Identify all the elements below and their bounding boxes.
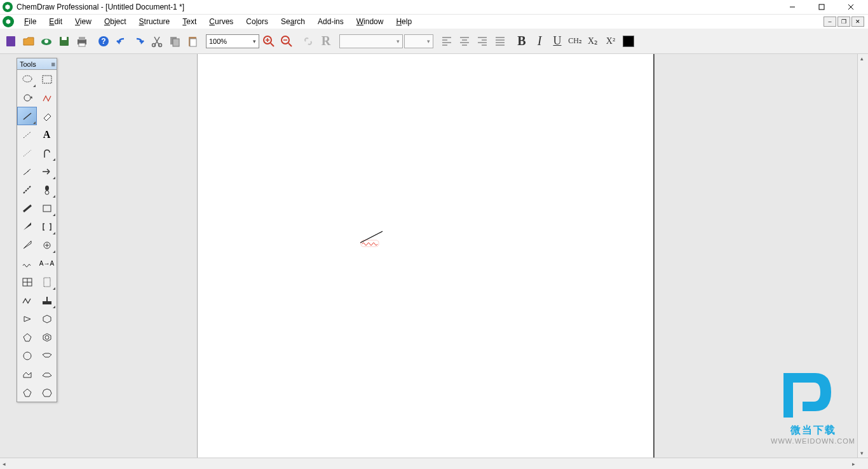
menu-help[interactable]: Help [390, 16, 418, 27]
font-size-select[interactable] [404, 34, 433, 48]
formula-button[interactable]: CH₂ [567, 33, 583, 50]
open-icon[interactable] [20, 33, 37, 50]
tool-eraser[interactable] [37, 107, 57, 125]
drawn-bond[interactable] [357, 229, 389, 248]
svg-rect-8 [62, 37, 67, 40]
vertical-scrollbar[interactable] [857, 54, 868, 458]
copy-icon[interactable] [166, 33, 183, 50]
tool-solid-bond[interactable] [17, 107, 37, 125]
tool-benzene[interactable] [37, 328, 57, 346]
tool-lasso[interactable] [17, 70, 37, 88]
underline-button[interactable]: U [549, 33, 566, 50]
align-left-icon[interactable] [438, 33, 455, 50]
tool-cyclooctane[interactable] [17, 346, 37, 365]
tool-chemical-symbol[interactable] [37, 236, 57, 254]
new-icon[interactable] [3, 33, 19, 50]
color-picker[interactable] [623, 36, 634, 47]
mdi-close[interactable]: ✕ [851, 17, 864, 27]
main-toolbar: ? 100% R B I U CH₂ X₂ X² [0, 29, 868, 54]
tool-bold-bond[interactable] [17, 199, 37, 217]
menu-window[interactable]: Window [350, 16, 390, 27]
tool-templates[interactable] [37, 291, 57, 309]
tool-bold-hashed[interactable] [17, 180, 37, 199]
tool-marquee[interactable] [37, 70, 57, 88]
tool-triangle[interactable] [17, 309, 37, 328]
menu-colors[interactable]: Colors [240, 16, 275, 27]
save-icon[interactable] [56, 33, 72, 50]
font-family-select[interactable] [339, 34, 403, 48]
tool-hashed-wedge[interactable] [17, 162, 37, 180]
cloud-icon[interactable] [38, 33, 55, 50]
menu-search[interactable]: Search [275, 16, 311, 27]
italic-button[interactable]: I [531, 33, 548, 50]
maximize-button[interactable] [807, 0, 836, 15]
bold-button[interactable]: B [513, 33, 530, 50]
svg-line-50 [24, 150, 31, 156]
tool-chair-cyclohexane[interactable] [37, 346, 57, 365]
mdi-restore[interactable]: ❐ [837, 17, 850, 27]
zoom-out-icon[interactable] [278, 33, 295, 50]
horizontal-scrollbar[interactable] [0, 458, 868, 469]
tool-rotate[interactable] [17, 88, 37, 107]
tool-hashed-bond[interactable] [17, 144, 37, 162]
paste-icon[interactable] [184, 33, 201, 50]
redo-icon[interactable] [131, 33, 147, 50]
undo-icon[interactable] [113, 33, 130, 50]
align-justify-icon[interactable] [492, 33, 508, 50]
svg-rect-1 [819, 4, 824, 10]
tool-orbital[interactable] [37, 180, 57, 199]
tool-pen[interactable] [37, 144, 57, 162]
print-icon[interactable] [74, 33, 90, 50]
minimize-button[interactable] [778, 0, 807, 15]
close-button[interactable] [836, 0, 865, 15]
zoom-in-icon[interactable] [261, 33, 277, 50]
align-center-icon[interactable] [456, 33, 473, 50]
tool-cyclohexane[interactable] [37, 309, 57, 328]
tool-atom-reaction[interactable]: A→A [37, 254, 57, 273]
zoom-select[interactable]: 100% [206, 34, 259, 48]
canvas-page[interactable] [197, 54, 654, 458]
link-icon[interactable] [300, 33, 316, 50]
tool-fragment[interactable] [37, 88, 57, 107]
tool-hollow-wedge[interactable] [17, 236, 37, 254]
tool-wedge-bond[interactable] [17, 217, 37, 236]
tools-header[interactable]: Tools≡ [17, 58, 57, 70]
tool-table[interactable] [17, 273, 37, 291]
menu-structure[interactable]: Structure [133, 16, 177, 27]
tool-chair-cyclohexane-2[interactable] [37, 365, 57, 383]
tool-cyclopentane[interactable] [17, 328, 37, 346]
mdi-minimize[interactable]: – [824, 17, 836, 27]
subscript-button[interactable]: X₂ [585, 33, 601, 50]
tool-dashed-bond[interactable] [17, 125, 37, 144]
menu-addins[interactable]: Add-ins [311, 16, 350, 27]
menu-text[interactable]: Text [176, 16, 203, 27]
tool-brackets[interactable] [37, 217, 57, 236]
menu-curves[interactable]: Curves [203, 16, 240, 27]
menu-bar: ⬢ File Edit View Object Structure Text C… [0, 15, 868, 29]
menu-edit[interactable]: Edit [43, 16, 69, 27]
svg-point-14 [153, 43, 156, 46]
superscript-button[interactable]: X² [602, 33, 619, 50]
svg-line-58 [24, 205, 31, 212]
tool-arrow[interactable] [37, 162, 57, 180]
tool-cycloheptane[interactable] [37, 383, 57, 402]
cut-icon[interactable] [149, 33, 165, 50]
menu-view[interactable]: View [69, 16, 98, 27]
tool-cyclopropane[interactable] [17, 365, 37, 383]
svg-point-45 [23, 76, 32, 82]
doc-icon[interactable]: ⬢ [3, 16, 14, 27]
align-right-icon[interactable] [474, 33, 491, 50]
r-group-icon[interactable]: R [318, 33, 334, 50]
svg-rect-59 [43, 205, 51, 212]
tool-drawing-elements[interactable] [37, 199, 57, 217]
workspace: Tools≡ A A→A [0, 54, 868, 458]
tool-wavy-bond[interactable] [17, 254, 37, 273]
menu-object[interactable]: Object [98, 16, 133, 27]
tool-tlc[interactable] [37, 273, 57, 291]
help-icon[interactable]: ? [95, 33, 112, 50]
menu-file[interactable]: File [18, 16, 43, 27]
tool-acyclic-chain[interactable] [17, 291, 37, 309]
canvas-area[interactable] [0, 54, 868, 458]
tool-text[interactable]: A [37, 125, 57, 144]
tool-cyclopentadiene[interactable] [17, 383, 37, 402]
